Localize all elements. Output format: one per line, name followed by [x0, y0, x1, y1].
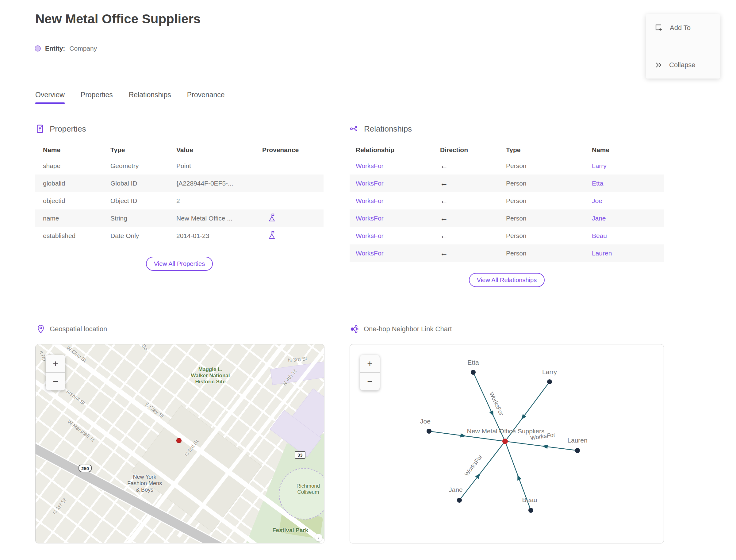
relationship-link[interactable]: WorksFor — [356, 250, 440, 257]
zoom-out-button[interactable]: − — [360, 373, 380, 390]
chart-node-etta[interactable] — [471, 370, 476, 375]
tab-properties[interactable]: Properties — [81, 91, 113, 104]
chart-edge-label: WorksFor — [463, 453, 484, 477]
chart-node-beau[interactable] — [528, 508, 533, 513]
relationships-heading: Relationships — [350, 124, 664, 134]
chart-node-label: Jane — [449, 486, 463, 493]
properties-panel: Properties Name Type Value Provenance sh… — [35, 124, 324, 271]
map-poi-label: New York Fashion Mens & Boys — [124, 474, 165, 493]
properties-heading: Properties — [35, 124, 324, 134]
chart-node-label: Lauren — [567, 437, 587, 444]
chart-edge-arrow-icon — [489, 410, 493, 416]
chart-edge[interactable] — [505, 441, 577, 451]
chart-node-label: Beau — [522, 496, 537, 503]
table-row: globalid Global ID {A228944F-0EF5-... — [35, 175, 324, 192]
add-to-label: Add To — [670, 24, 691, 32]
chart-node-label: Larry — [542, 368, 557, 375]
table-row: name String New Metal Office ... — [35, 209, 324, 227]
direction-arrow-icon: ← — [440, 196, 506, 205]
one-hop-icon — [350, 324, 359, 334]
map-location-marker[interactable] — [176, 438, 182, 443]
relationships-panel: Relationships Relationship Direction Typ… — [350, 124, 664, 287]
relationship-link[interactable]: WorksFor — [356, 197, 440, 205]
map-route-shield: 33 — [295, 451, 305, 459]
relationships-table: Relationship Direction Type Name WorksFo… — [350, 143, 664, 262]
chart-edge-arrow-icon — [521, 414, 526, 420]
relationship-link[interactable]: WorksFor — [356, 232, 440, 240]
properties-table: Name Type Value Provenance shape Geometr… — [35, 143, 324, 244]
view-all-properties-button[interactable]: View All Properties — [146, 257, 213, 271]
tab-overview[interactable]: Overview — [35, 91, 65, 104]
link-chart-canvas[interactable]: WorksForWorksForWorksForNew Metal Office… — [350, 344, 664, 543]
entity-name-link[interactable]: Jane — [592, 215, 664, 222]
table-row: established Date Only 2014-01-23 — [35, 227, 324, 244]
link-chart-heading: One-hop Neighbor Link Chart — [350, 324, 452, 334]
page-title: New Metal Office Suppliers — [35, 12, 201, 26]
table-row: shape Geometry Point — [35, 157, 324, 175]
chart-node-lauren[interactable] — [575, 448, 580, 453]
direction-arrow-icon: ← — [440, 248, 506, 258]
table-row: WorksFor ← Person Joe — [350, 192, 664, 209]
properties-table-header: Name Type Value Provenance — [35, 143, 324, 157]
tab-bar: Overview Properties Relationships Proven… — [35, 91, 225, 104]
entity-name-link[interactable]: Larry — [592, 162, 664, 170]
entity-row: Entity: Company — [35, 45, 97, 52]
entity-name-link[interactable]: Joe — [592, 197, 664, 205]
relationships-icon — [350, 124, 359, 134]
provenance-flag-icon[interactable] — [268, 213, 276, 222]
chart-edge-arrow-icon — [460, 433, 466, 438]
zoom-in-button[interactable]: + — [46, 355, 65, 373]
chart-node-jane[interactable] — [457, 498, 462, 503]
geospatial-heading: Geospatial location — [36, 324, 107, 334]
direction-arrow-icon: ← — [440, 213, 506, 223]
relationship-link[interactable]: WorksFor — [356, 180, 440, 187]
chart-node-larry[interactable] — [547, 379, 552, 384]
provenance-flag-icon[interactable] — [268, 231, 276, 240]
table-row: WorksFor ← Person Larry — [350, 157, 664, 175]
chart-zoom-control: + − — [360, 355, 380, 390]
attribution-toggle-icon[interactable]: ‹ — [315, 534, 322, 541]
entity-label: Entity: — [45, 45, 65, 52]
tab-provenance[interactable]: Provenance — [187, 91, 225, 104]
table-row: WorksFor ← Person Etta — [350, 175, 664, 192]
map-poi-label: Festival Park — [272, 527, 308, 534]
chart-node-joe[interactable] — [427, 429, 431, 434]
chart-node-label: New Metal Office Suppliers — [467, 428, 545, 435]
properties-icon — [35, 124, 45, 134]
chart-node-label: Etta — [467, 359, 479, 366]
view-all-relationships-button[interactable]: View All Relationships — [469, 273, 545, 287]
entity-type-value: Company — [69, 45, 97, 52]
map-poi-label: Richmond Coliseum — [289, 483, 324, 495]
entity-name-link[interactable]: Lauren — [592, 250, 664, 257]
table-row: objectid Object ID 2 — [35, 192, 324, 209]
entity-type-dot-icon — [35, 45, 41, 52]
chart-node-company[interactable] — [502, 439, 508, 444]
relationships-table-header: Relationship Direction Type Name — [350, 143, 664, 157]
table-row: WorksFor ← Person Jane — [350, 209, 664, 227]
link-chart[interactable]: WorksForWorksForWorksForNew Metal Office… — [350, 344, 664, 543]
chart-node-label: Joe — [420, 418, 431, 425]
chart-edge-arrow-icon — [475, 473, 481, 479]
map-poi-label: Maggie L. Walker National Historic Site — [186, 366, 235, 385]
entity-name-link[interactable]: Etta — [592, 180, 664, 187]
add-to-icon — [654, 23, 664, 33]
actions-card: Add To Collapse — [646, 14, 720, 79]
chart-edge-arrow-icon — [542, 445, 548, 449]
zoom-out-button[interactable]: − — [46, 373, 65, 390]
relationship-link[interactable]: WorksFor — [356, 162, 440, 170]
entity-name-link[interactable]: Beau — [592, 232, 664, 240]
tab-relationships[interactable]: Relationships — [129, 91, 171, 104]
map-route-shield: 250 — [79, 465, 92, 472]
geospatial-map[interactable]: W Clay St k Rd Sa arshall St W Marshall … — [35, 344, 324, 543]
collapse-icon — [654, 61, 663, 69]
relationship-link[interactable]: WorksFor — [356, 215, 440, 222]
direction-arrow-icon: ← — [440, 161, 506, 171]
table-row: WorksFor ← Person Beau — [350, 227, 664, 244]
collapse-label: Collapse — [669, 61, 696, 69]
direction-arrow-icon: ← — [440, 178, 506, 188]
add-to-button[interactable]: Add To — [654, 23, 711, 33]
direction-arrow-icon: ← — [440, 231, 506, 240]
map-zoom-control: + − — [46, 355, 65, 390]
zoom-in-button[interactable]: + — [360, 355, 380, 373]
collapse-button[interactable]: Collapse — [654, 61, 711, 69]
